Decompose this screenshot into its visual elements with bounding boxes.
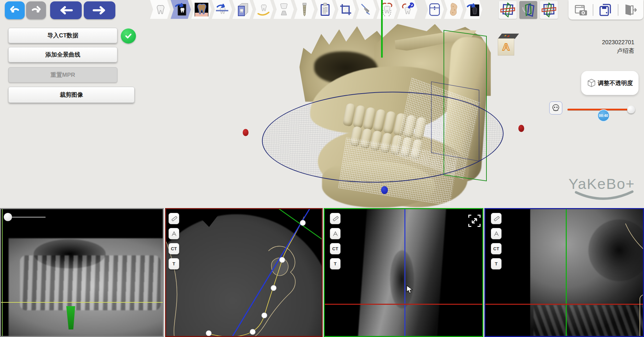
anesthesia-needle-icon — [359, 3, 373, 16]
tooth-volume-crop-icon — [236, 3, 249, 16]
back-arrow-icon — [58, 5, 74, 15]
implant-button[interactable] — [294, 0, 314, 19]
crown-icon — [278, 3, 290, 16]
measure-length-button[interactable] — [491, 213, 502, 224]
save-views-button[interactable] — [599, 3, 612, 17]
measure-angle-button[interactable] — [330, 228, 341, 239]
treatment-report-button[interactable] — [315, 0, 335, 19]
rotate-handle-bottom[interactable] — [381, 186, 388, 194]
case-box-icon — [428, 2, 441, 17]
cube-icon — [587, 79, 596, 87]
tooth-number-button[interactable]: T — [169, 258, 179, 269]
tangent-line[interactable] — [278, 209, 323, 241]
implant-icon — [300, 2, 309, 17]
adjust-opacity-button[interactable]: 调整不透明度 — [581, 71, 639, 95]
skull-opacity-toggle[interactable] — [549, 101, 562, 115]
divider — [618, 4, 618, 16]
cross-blue-axis[interactable] — [404, 209, 405, 337]
pano-left-reference-line[interactable] — [2, 209, 3, 337]
mpr-3d-planes-button[interactable] — [499, 1, 517, 19]
slice-slider-track[interactable] — [11, 217, 46, 218]
undo-button[interactable] — [5, 1, 25, 19]
panoramic-curve-path[interactable] — [207, 217, 304, 337]
cross-section-canal — [390, 250, 414, 309]
cross-red-axis[interactable] — [325, 304, 483, 305]
ct-value-button[interactable]: CT — [169, 243, 179, 254]
panel-cross-section[interactable]: CT T — [324, 208, 483, 337]
measure-angle-button[interactable] — [169, 228, 179, 239]
panel-panoramic[interactable] — [0, 208, 164, 337]
xray-export-button[interactable] — [463, 0, 482, 19]
orientation-cube-front: A — [498, 38, 514, 56]
opacity-slider-handle[interactable] — [627, 106, 635, 113]
tooth-view-button[interactable] — [150, 0, 170, 19]
curve-control-points[interactable] — [206, 220, 306, 336]
measure-angle-button[interactable] — [491, 228, 502, 239]
tooth-repair-icon — [400, 2, 415, 17]
tooth-number-button[interactable]: T — [491, 258, 502, 269]
orientation-cube-top — [498, 34, 519, 39]
cross-section-line[interactable] — [231, 209, 311, 337]
crop-image-tool-icon — [339, 3, 353, 16]
measure-length-button[interactable] — [330, 213, 341, 224]
tooth-section-icon — [194, 2, 209, 17]
tooth-xray-import-button[interactable] — [171, 0, 191, 19]
forward-arrow-icon — [92, 5, 107, 15]
mpr-all-planes-button[interactable] — [540, 1, 558, 19]
gum-tissue-button[interactable] — [444, 0, 463, 19]
redo-icon — [31, 5, 42, 15]
panoramic-curve-button[interactable] — [253, 0, 273, 19]
yakebot-dental-app: 导入CT数据 添加全景曲线 重置MPR 裁剪图像 — [0, 0, 644, 337]
import-ct-button[interactable]: 导入CT数据 — [8, 28, 117, 43]
add-panoramic-curve-button[interactable]: 添加全景曲线 — [8, 47, 117, 62]
measure-length-button[interactable] — [169, 213, 179, 224]
tooth-number-button[interactable]: T — [330, 258, 341, 269]
tooth-section-button[interactable] — [191, 0, 211, 19]
crown-button[interactable] — [274, 0, 294, 19]
tangential-contour-overlay — [485, 209, 644, 337]
window-actions — [568, 0, 643, 20]
screenshot-button[interactable] — [574, 3, 588, 16]
anesthesia-needle-button[interactable] — [356, 0, 376, 19]
redo-button[interactable] — [26, 1, 46, 19]
slice-slider-handle[interactable] — [4, 213, 12, 221]
panel-tangential[interactable]: CT T — [484, 208, 644, 337]
patient-info: 2023022701 卢绍斋 — [602, 38, 634, 55]
screenshot-icon — [574, 3, 588, 16]
panel-axial[interactable]: CT T — [165, 208, 323, 337]
orientation-cube[interactable]: A — [496, 34, 516, 56]
tooth-occlusal-plane-button[interactable] — [212, 0, 232, 19]
rotate-handle-right[interactable] — [518, 125, 524, 132]
xray-export-icon — [466, 2, 480, 17]
pano-axial-reference-line[interactable] — [1, 302, 164, 303]
rotate-handle-left[interactable] — [243, 129, 249, 136]
tooth-volume-crop-button[interactable] — [232, 0, 253, 19]
mpr-sagittal-plane-icon — [521, 2, 536, 17]
orientation-label: A — [502, 41, 510, 53]
crop-image-tool-button[interactable] — [335, 0, 356, 19]
ct-value-button[interactable]: CT — [491, 243, 502, 254]
undo-icon — [9, 5, 20, 15]
rotation-axis-line[interactable] — [381, 0, 383, 58]
gum-tissue-icon — [448, 2, 460, 17]
tooth-occlusal-plane-icon — [215, 3, 229, 16]
exit-button[interactable] — [623, 3, 638, 17]
timer-badge: 00:40 — [597, 109, 610, 122]
tooth-extraction-button[interactable] — [377, 0, 397, 19]
crop-image-button[interactable]: 裁剪图像 — [8, 87, 135, 103]
mpr-3d-planes-icon — [500, 2, 515, 17]
adjust-opacity-label: 调整不透明度 — [598, 79, 633, 87]
back-button[interactable] — [50, 1, 82, 19]
tooth-repair-button[interactable] — [397, 0, 417, 19]
save-icon — [599, 3, 612, 17]
exit-icon — [623, 3, 638, 17]
ct-value-button[interactable]: CT — [330, 243, 341, 254]
yakebot-logo: YaKeBo+ — [568, 176, 642, 204]
mpr-sagittal-plane-button[interactable] — [519, 1, 537, 19]
case-box-button[interactable] — [425, 0, 444, 19]
forward-button[interactable] — [84, 1, 115, 19]
fullscreen-icon — [468, 214, 481, 228]
fullscreen-button[interactable] — [466, 213, 483, 229]
mpr-all-planes-icon — [541, 2, 556, 17]
reset-mpr-button[interactable]: 重置MPR — [8, 67, 117, 83]
